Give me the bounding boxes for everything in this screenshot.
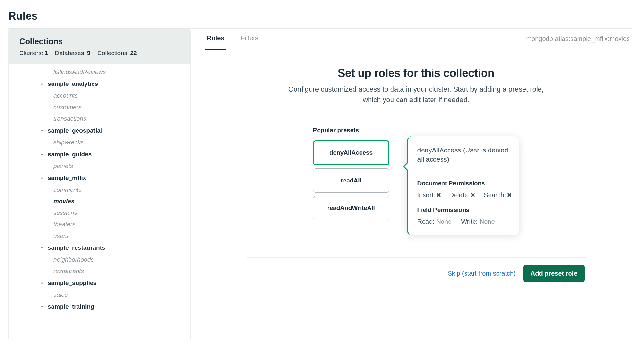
presets-label: Popular presets: [313, 127, 389, 134]
x-icon: [507, 192, 512, 198]
stat-databases: Databases:9: [55, 50, 91, 57]
sidebar-item-sample-training[interactable]: sample_training: [9, 301, 190, 313]
perm-read: Read: None: [417, 218, 452, 225]
chevron-down-icon: [39, 128, 45, 133]
doc-permissions-row: Insert Delete Search: [417, 191, 511, 199]
add-preset-role-button[interactable]: Add preset role: [523, 265, 585, 282]
sidebar-item-sample-geospatial[interactable]: sample_geospatial: [9, 125, 190, 137]
field-permissions-row: Read: None Write: None: [417, 218, 511, 225]
preset-readandwriteall[interactable]: readAndWriteAll: [313, 196, 389, 220]
preset-info-card: denyAllAccess (User is denied all access…: [407, 136, 519, 235]
subtitle: Configure customized access to data in y…: [285, 84, 547, 105]
chevron-down-icon: [39, 245, 45, 250]
doc-permissions-title: Document Permissions: [417, 180, 511, 187]
chevron-down-icon: [39, 304, 45, 309]
chevron-down-icon: [39, 152, 45, 157]
list-item[interactable]: sessions: [9, 207, 190, 219]
sidebar-item-sample-mflix[interactable]: sample_mflix: [9, 172, 190, 184]
x-icon: [470, 192, 475, 198]
sidebar-item-sample-restaurants[interactable]: sample_restaurants: [9, 242, 190, 254]
sidebar-item-sample-analytics[interactable]: sample_analytics: [9, 78, 190, 90]
main-title: Set up roles for this collection: [200, 67, 632, 79]
presets-column: Popular presets denyAllAccess readAll re…: [313, 127, 389, 223]
preset-readall[interactable]: readAll: [313, 168, 389, 193]
sidebar-item-sample-supplies[interactable]: sample_supplies: [9, 277, 190, 289]
sidebar-title: Collections: [19, 36, 180, 46]
list-item[interactable]: listingsAndReviews: [9, 66, 190, 78]
list-item[interactable]: users: [9, 230, 190, 242]
preset-denyallaccess[interactable]: denyAllAccess: [313, 140, 389, 165]
page-title: Rules: [8, 10, 640, 22]
content: Set up roles for this collection Configu…: [200, 50, 632, 282]
main-header: Roles Filters mongodb-atlas:sample_mflix…: [200, 29, 632, 50]
list-item[interactable]: neighborhoods: [9, 254, 190, 265]
sidebar-header: Collections Clusters:1 Databases:9 Colle…: [8, 29, 191, 64]
perm-search: Search: [484, 191, 512, 199]
skip-link[interactable]: Skip (start from scratch): [448, 270, 516, 277]
perm-delete: Delete: [450, 191, 476, 199]
chevron-down-icon: [39, 81, 45, 86]
actions-row: Skip (start from scratch) Add preset rol…: [247, 257, 586, 282]
sidebar-stats: Clusters:1 Databases:9 Collections:22: [19, 50, 180, 57]
stat-clusters: Clusters:1: [19, 50, 48, 57]
preset-role-link[interactable]: preset role: [508, 85, 542, 93]
list-item[interactable]: movies: [9, 196, 190, 207]
list-item[interactable]: sales: [9, 289, 190, 301]
sidebar-item-sample-guides[interactable]: sample_guides: [9, 148, 190, 160]
sidebar-tree[interactable]: listingsAndReviewssample_analyticsaccoun…: [8, 64, 191, 339]
main-panel: Roles Filters mongodb-atlas:sample_mflix…: [191, 29, 632, 282]
x-icon: [436, 192, 441, 198]
tab-filters[interactable]: Filters: [239, 35, 260, 50]
list-item[interactable]: customers: [9, 101, 190, 113]
collections-sidebar: Collections Clusters:1 Databases:9 Colle…: [8, 29, 191, 339]
presets-area: Popular presets denyAllAccess readAll re…: [200, 105, 632, 235]
list-item[interactable]: transactions: [9, 113, 190, 125]
list-item[interactable]: shipwrecks: [9, 137, 190, 148]
field-permissions-title: Field Permissions: [417, 206, 511, 214]
chevron-down-icon: [39, 280, 45, 286]
breadcrumb: mongodb-atlas:sample_mflix:movies: [526, 35, 632, 49]
stat-collections: Collections:22: [97, 50, 137, 57]
list-item[interactable]: planets: [9, 160, 190, 172]
list-item[interactable]: comments: [9, 184, 190, 196]
tabs: Roles Filters: [200, 35, 260, 50]
layout: Collections Clusters:1 Databases:9 Colle…: [8, 29, 632, 339]
list-item[interactable]: accounts: [9, 90, 190, 101]
perm-insert: Insert: [417, 191, 441, 199]
perm-write: Write: None: [461, 218, 495, 225]
chevron-down-icon: [39, 175, 45, 181]
tab-roles[interactable]: Roles: [205, 35, 226, 50]
info-title: denyAllAccess (User is denied all access…: [417, 145, 511, 172]
list-item[interactable]: restaurants: [9, 265, 190, 277]
list-item[interactable]: theaters: [9, 219, 190, 230]
